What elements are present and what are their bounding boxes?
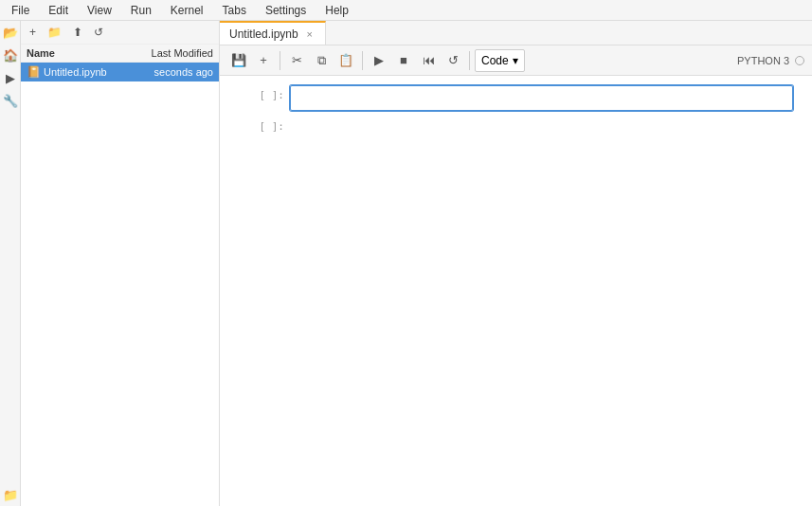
file-name: Untitled.ipynb [44, 66, 154, 78]
menu-settings[interactable]: Settings [262, 3, 310, 18]
tool-icon[interactable]: 🔧 [3, 93, 18, 108]
menu-help[interactable]: Help [321, 3, 352, 18]
open-folder-button[interactable]: 📁 [45, 25, 64, 40]
cell-container: [ ]: [ ]: [220, 76, 812, 506]
upload-button[interactable]: ⬆ [70, 25, 85, 40]
save-icon: 💾 [231, 53, 246, 67]
notebook-tab[interactable]: Untitled.ipynb × [220, 21, 326, 45]
cell-2[interactable] [290, 117, 793, 142]
cell-type-dropdown[interactable]: Code ▾ [475, 49, 525, 72]
kernel-label: PYTHON 3 [737, 55, 789, 66]
chevron-down-icon: ▾ [513, 54, 518, 67]
file-panel-toolbar: + 📁 ⬆ ↺ [21, 21, 219, 45]
toolbar-separator-2 [362, 51, 363, 70]
kernel-status-indicator [795, 56, 804, 65]
add-cell-button[interactable]: + [252, 49, 275, 72]
run-icon: ▶ [374, 53, 384, 67]
new-file-button[interactable]: + [27, 25, 39, 40]
notebook-toolbar: 💾 + ✂ ⧉ 📋 ▶ ■ ⏮ [220, 45, 812, 76]
cell-type-label: Code [481, 54, 509, 67]
menu-edit[interactable]: Edit [45, 3, 72, 18]
cell-prompt-1: [ ]: [239, 85, 284, 101]
cell-input-2[interactable] [291, 117, 792, 138]
menu-tabs[interactable]: Tabs [219, 3, 250, 18]
home-icon[interactable]: 🏠 [3, 47, 18, 63]
cut-button[interactable]: ✂ [285, 49, 308, 72]
copy-button[interactable]: ⧉ [310, 49, 333, 72]
cell-prompt-2: [ ]: [239, 117, 284, 133]
file-list: 📔 Untitled.ipynb seconds ago [21, 63, 219, 506]
tab-bar: Untitled.ipynb × [220, 21, 812, 45]
file-panel-header: Name Last Modified [21, 45, 219, 63]
menu-kernel[interactable]: Kernel [167, 3, 208, 18]
refresh-button[interactable]: ↺ [442, 49, 464, 72]
tab-close-button[interactable]: × [304, 28, 316, 40]
cell-wrapper-2: [ ]: [239, 117, 793, 142]
folder-open-icon[interactable]: 📂 [3, 25, 18, 40]
cell-1[interactable] [290, 85, 793, 111]
sidebar-icons: 📂 🏠 ▶ 🔧 📁 [0, 21, 21, 506]
menu-view[interactable]: View [83, 3, 116, 18]
plus-icon: + [260, 53, 267, 67]
menu-run[interactable]: Run [127, 3, 155, 18]
refresh-button[interactable]: ↺ [91, 25, 106, 40]
tag-icon[interactable]: 📁 [3, 487, 18, 502]
restart-icon: ⏮ [423, 53, 435, 67]
toolbar-separator-1 [280, 51, 280, 70]
run-icon[interactable]: ▶ [3, 70, 18, 85]
cell-wrapper-1: [ ]: [239, 85, 793, 111]
header-name: Name [27, 47, 152, 59]
stop-button[interactable]: ■ [392, 49, 415, 72]
menu-file[interactable]: File [8, 3, 33, 18]
header-modified: Last Modified [152, 47, 213, 59]
tab-title: Untitled.ipynb [229, 27, 298, 41]
notebook-icon: 📔 [27, 65, 40, 79]
run-button[interactable]: ▶ [368, 49, 390, 72]
file-modified: seconds ago [154, 66, 213, 78]
menubar: File Edit View Run Kernel Tabs Settings … [0, 0, 812, 21]
paste-button[interactable]: 📋 [334, 49, 357, 72]
cell-input-1[interactable] [291, 86, 792, 107]
cut-icon: ✂ [292, 53, 302, 67]
toolbar-separator-3 [469, 51, 470, 70]
notebook-area: Untitled.ipynb × 💾 + ✂ ⧉ 📋 ▶ [220, 21, 812, 506]
file-panel: + 📁 ⬆ ↺ Name Last Modified 📔 Untitled.ip… [21, 21, 220, 506]
stop-icon: ■ [400, 53, 407, 67]
restart-button[interactable]: ⏮ [417, 49, 440, 72]
copy-icon: ⧉ [317, 53, 326, 68]
file-item[interactable]: 📔 Untitled.ipynb seconds ago [21, 63, 219, 81]
save-button[interactable]: 💾 [227, 49, 250, 72]
refresh-icon: ↺ [448, 53, 459, 67]
paste-icon: 📋 [338, 53, 353, 67]
